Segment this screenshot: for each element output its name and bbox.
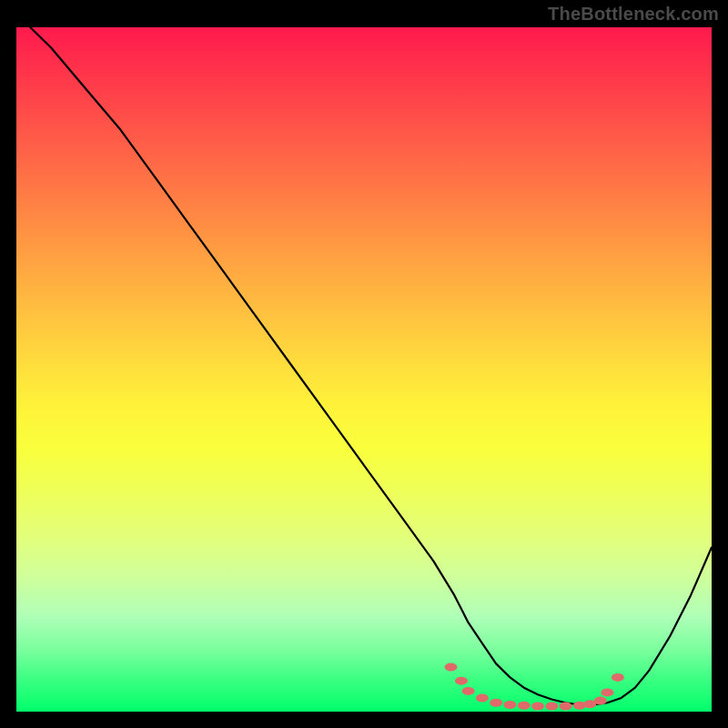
chart-frame: TheBottleneck.com [0,0,728,728]
watermark-text: TheBottleneck.com [548,4,719,25]
marker-dot [518,702,531,710]
marker-dot [503,701,516,709]
plot-area [16,27,712,712]
marker-dot [462,687,475,695]
marker-dot [455,677,468,685]
marker-dot [445,663,458,672]
marker-dot [531,702,544,710]
marker-dot [545,702,558,710]
marker-dot [560,702,572,710]
curve-path [30,27,712,704]
marker-dot [594,696,607,704]
marker-dot [490,699,502,707]
curve-svg [16,27,712,712]
marker-dot [601,688,613,696]
marker-dot [612,673,624,682]
marker-dot [476,693,489,702]
